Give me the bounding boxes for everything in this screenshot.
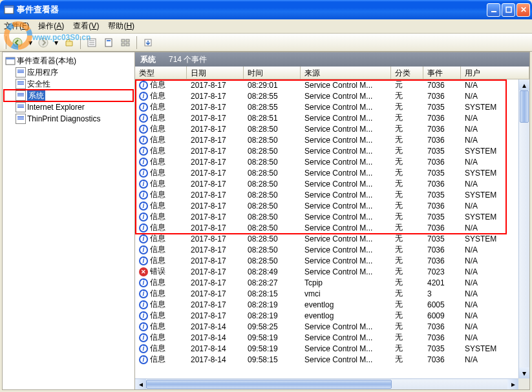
refresh-button[interactable] [101, 36, 116, 50]
svg-rect-1 [5, 6, 14, 8]
back-button[interactable] [10, 36, 25, 50]
forward-dropdown[interactable]: ▾ [53, 38, 59, 47]
svg-rect-12 [122, 39, 125, 42]
toolbar-grip [4, 36, 6, 49]
back-dropdown[interactable]: ▾ [27, 38, 34, 47]
svg-rect-14 [122, 43, 125, 46]
svg-rect-2 [491, 11, 496, 12]
menu-file[interactable]: 文件(F) [4, 21, 29, 32]
menu-view[interactable]: 查看(V) [73, 21, 99, 32]
menu-bar: 文件(F) 操作(A) 查看(V) 帮助(H) [0, 19, 532, 34]
menu-help[interactable]: 帮助(H) [108, 21, 134, 32]
svg-rect-10 [105, 39, 112, 46]
up-button[interactable] [62, 36, 76, 50]
close-button[interactable]: ✕ [516, 3, 530, 17]
svg-point-5 [39, 38, 48, 47]
svg-rect-3 [506, 7, 511, 12]
properties-button[interactable] [85, 36, 99, 50]
svg-point-4 [13, 38, 22, 47]
menu-action[interactable]: 操作(A) [38, 21, 64, 32]
minimize-button[interactable] [487, 3, 500, 17]
toolbar: ▾ ▾ [0, 34, 532, 52]
svg-rect-15 [126, 43, 129, 46]
forward-button[interactable] [36, 36, 50, 50]
svg-rect-11 [107, 40, 111, 41]
title-bar: 事件查看器 ✕ [0, 0, 532, 19]
window-title: 事件查看器 [17, 4, 487, 15]
maximize-button[interactable] [502, 3, 515, 17]
export-button[interactable] [141, 36, 155, 50]
svg-rect-13 [126, 39, 129, 42]
list-button[interactable] [118, 36, 133, 50]
app-icon [4, 5, 14, 15]
